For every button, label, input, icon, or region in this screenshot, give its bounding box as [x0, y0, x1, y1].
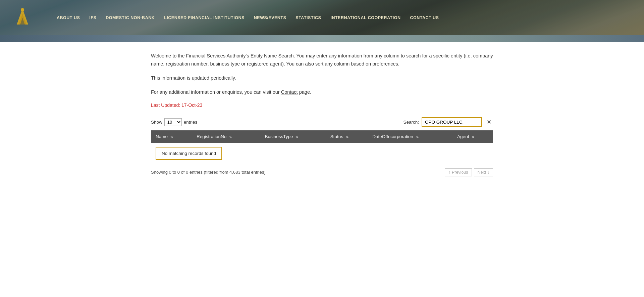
col-name[interactable]: Name ⇅	[151, 130, 192, 143]
nav-item-domestic[interactable]: DOMESTIC NON-BANK	[101, 13, 159, 23]
prev-button[interactable]: ↑ Previous	[445, 168, 472, 176]
nav-item-licensed[interactable]: LICENSED FINANCIAL INSTITUTIONS	[159, 13, 249, 23]
next-arrow: ↓	[487, 170, 489, 175]
intro-paragraph-3: For any additional information or enquir…	[151, 88, 493, 96]
nav-link-news[interactable]: NEWS/EVENTS	[249, 13, 291, 23]
site-header: ABOUT US IFS DOMESTIC NON-BANK LICENSED …	[0, 0, 644, 35]
contact-link[interactable]: Contact	[281, 89, 298, 95]
sort-arrows-reg: ⇅	[229, 135, 232, 139]
table-body: No matching records found	[151, 143, 493, 164]
sort-arrows-agent: ⇅	[472, 135, 474, 139]
nav-item-ifs[interactable]: IFS	[85, 13, 101, 23]
nav-item-about[interactable]: ABOUT US	[52, 13, 85, 23]
col-registration[interactable]: RegistrationNo ⇅	[192, 130, 260, 143]
intro-paragraph-2: This information is updated periodically…	[151, 74, 493, 82]
pagination: ↑ Previous Next ↓	[445, 168, 493, 176]
intro-paragraph-1: Welcome to the Financial Services Author…	[151, 52, 493, 68]
sort-arrows-status: ⇅	[346, 135, 348, 139]
no-records-message: No matching records found	[156, 147, 222, 160]
sort-arrows-date: ⇅	[416, 135, 419, 139]
nav-link-statistics[interactable]: STATISTICS	[291, 13, 326, 23]
col-agent[interactable]: Agent ⇅	[452, 130, 493, 143]
nav-item-contact[interactable]: CONTACT US	[405, 13, 443, 23]
nav-item-news[interactable]: NEWS/EVENTS	[249, 13, 291, 23]
nav-link-domestic[interactable]: DOMESTIC NON-BANK	[101, 13, 159, 23]
prev-arrow: ↑	[448, 170, 450, 175]
nav-link-international[interactable]: INTERNATIONAL COOPERATION	[326, 13, 405, 23]
site-logo[interactable]	[13, 7, 32, 28]
table-header-row: Name ⇅ RegistrationNo ⇅ BusinessType ⇅ S…	[151, 130, 493, 143]
showing-entries: Showing 0 to 0 of 0 entries (filtered fr…	[151, 170, 266, 175]
nav-item-international[interactable]: INTERNATIONAL COOPERATION	[326, 13, 405, 23]
next-button[interactable]: Next ↓	[474, 168, 493, 176]
col-businesstype[interactable]: BusinessType ⇅	[260, 130, 325, 143]
hero-strip	[0, 35, 644, 42]
main-nav: ABOUT US IFS DOMESTIC NON-BANK LICENSED …	[0, 0, 644, 35]
table-head: Name ⇅ RegistrationNo ⇅ BusinessType ⇅ S…	[151, 130, 493, 143]
main-content: Welcome to the Financial Services Author…	[138, 42, 506, 197]
nav-link-licensed[interactable]: LICENSED FINANCIAL INSTITUTIONS	[159, 13, 249, 23]
col-date[interactable]: DateOfIncorporation ⇅	[368, 130, 452, 143]
sort-arrows-name: ⇅	[170, 135, 173, 139]
show-label: Show	[151, 120, 162, 125]
show-entries-control: Show 10 25 50 100 entries	[151, 118, 197, 126]
table-footer: Showing 0 to 0 of 0 entries (filtered fr…	[151, 168, 493, 176]
nav-item-statistics[interactable]: STATISTICS	[291, 13, 326, 23]
search-clear-button[interactable]: ✕	[485, 118, 493, 126]
entity-table: Name ⇅ RegistrationNo ⇅ BusinessType ⇅ S…	[151, 130, 493, 164]
nav-link-ifs[interactable]: IFS	[85, 13, 101, 23]
no-records-cell: No matching records found	[151, 143, 493, 164]
entries-select[interactable]: 10 25 50 100	[164, 118, 182, 126]
search-input[interactable]	[422, 117, 482, 127]
col-status[interactable]: Status ⇅	[326, 130, 368, 143]
nav-link-contact[interactable]: CONTACT US	[405, 13, 443, 23]
search-area: Search: ✕	[403, 117, 493, 127]
last-updated: Last Updated: 17-Oct-23	[151, 102, 493, 108]
sort-arrows-type: ⇅	[296, 135, 298, 139]
table-controls: Show 10 25 50 100 entries Search: ✕	[151, 117, 493, 127]
nav-link-about[interactable]: ABOUT US	[52, 13, 85, 23]
no-records-row: No matching records found	[151, 143, 493, 164]
nav-links-list: ABOUT US IFS DOMESTIC NON-BANK LICENSED …	[52, 13, 631, 23]
search-label: Search:	[403, 120, 419, 125]
svg-point-2	[21, 8, 24, 11]
entries-label: entries	[184, 120, 198, 125]
